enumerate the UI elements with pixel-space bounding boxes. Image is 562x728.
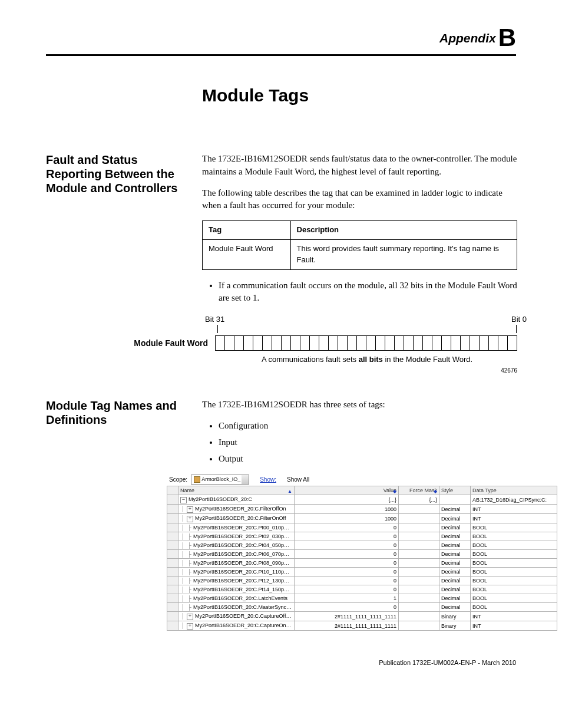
cell-style[interactable]: Decimal bbox=[439, 585, 471, 594]
cell-force[interactable] bbox=[399, 621, 439, 631]
cell-style[interactable]: Decimal bbox=[439, 594, 471, 603]
cell-force[interactable]: {...} bbox=[399, 495, 439, 505]
table-row[interactable]: │├My2PortIB16SOEDR_20:C.Pt10_110penWireE… bbox=[167, 568, 557, 577]
col-style[interactable]: Style bbox=[439, 486, 471, 495]
row-selector[interactable] bbox=[167, 514, 178, 523]
cell-value[interactable]: 0 bbox=[295, 532, 399, 541]
cell-name[interactable]: │+My2PortIB16SOEDR_20:C.CaptureOnOff bbox=[178, 621, 295, 631]
cell-force[interactable] bbox=[399, 577, 439, 585]
table-row[interactable]: │├My2PortIB16SOEDR_20:C.LatchEvents1Deci… bbox=[167, 594, 557, 603]
cell-force[interactable] bbox=[399, 585, 439, 594]
table-row[interactable]: │+My2PortIB16SOEDR_20:C.CaptureOffOn2#11… bbox=[167, 612, 557, 621]
row-selector[interactable] bbox=[167, 612, 178, 621]
cell-value[interactable]: 0 bbox=[295, 523, 399, 532]
cell-force[interactable] bbox=[399, 550, 439, 559]
col-dtype[interactable]: Data Type bbox=[471, 486, 557, 495]
row-selector[interactable] bbox=[167, 495, 178, 505]
cell-name[interactable]: −My2PortIB16SOEDR_20:C bbox=[178, 495, 295, 505]
cell-name[interactable]: │├My2PortIB16SOEDR_20:C.Pt08_090penWireE… bbox=[178, 559, 295, 568]
cell-name[interactable]: │├My2PortIB16SOEDR_20:C.Pt10_110penWireE… bbox=[178, 568, 295, 577]
cell-value[interactable]: 0 bbox=[295, 568, 399, 577]
col-name[interactable]: Name▲ bbox=[178, 486, 295, 495]
cell-force[interactable] bbox=[399, 514, 439, 523]
expander-icon[interactable]: − bbox=[180, 497, 187, 503]
cell-style[interactable]: Decimal bbox=[439, 532, 471, 541]
row-selector[interactable] bbox=[167, 585, 178, 594]
cell-value[interactable]: 1000 bbox=[295, 514, 399, 523]
row-selector[interactable] bbox=[167, 541, 178, 550]
cell-force[interactable] bbox=[399, 559, 439, 568]
cell-value[interactable]: 0 bbox=[295, 585, 399, 594]
row-selector[interactable] bbox=[167, 568, 178, 577]
cell-force[interactable] bbox=[399, 505, 439, 514]
expander-icon[interactable]: + bbox=[187, 506, 193, 513]
table-row[interactable]: │├My2PortIB16SOEDR_20:C.Pt04_050penWireE… bbox=[167, 541, 557, 550]
table-row[interactable]: │├My2PortIB16SOEDR_20:C.MasterSyncEn0Dec… bbox=[167, 603, 557, 612]
cell-value[interactable]: 0 bbox=[295, 550, 399, 559]
cell-name[interactable]: │├My2PortIB16SOEDR_20:C.Pt12_130penWireE… bbox=[178, 577, 295, 585]
cell-value[interactable]: 0 bbox=[295, 603, 399, 612]
expander-icon[interactable]: + bbox=[187, 516, 193, 522]
cell-style[interactable]: Decimal bbox=[439, 577, 471, 585]
cell-name[interactable]: │├My2PortIB16SOEDR_20:C.Pt14_150penWireE… bbox=[178, 585, 295, 594]
expander-icon[interactable]: + bbox=[187, 623, 193, 630]
table-row[interactable]: −My2PortIB16SOEDR_20:C{...}{...}AB:1732_… bbox=[167, 495, 557, 505]
cell-force[interactable] bbox=[399, 594, 439, 603]
cell-style[interactable]: Decimal bbox=[439, 541, 471, 550]
cell-style[interactable]: Decimal bbox=[439, 568, 471, 577]
row-selector[interactable] bbox=[167, 559, 178, 568]
cell-style[interactable]: Decimal bbox=[439, 523, 471, 532]
expander-icon[interactable]: + bbox=[187, 614, 193, 620]
table-row[interactable]: │├My2PortIB16SOEDR_20:C.Pt08_090penWireE… bbox=[167, 559, 557, 568]
cell-force[interactable] bbox=[399, 568, 439, 577]
cell-force[interactable] bbox=[399, 532, 439, 541]
cell-name[interactable]: │+My2PortIB16SOEDR_20:C.FilterOffOn bbox=[178, 505, 295, 514]
row-selector[interactable] bbox=[167, 621, 178, 631]
row-selector[interactable] bbox=[167, 594, 178, 603]
cell-value[interactable]: 1000 bbox=[295, 505, 399, 514]
row-selector[interactable] bbox=[167, 505, 178, 514]
cell-name[interactable]: │+My2PortIB16SOEDR_20:C.FilterOnOff bbox=[178, 514, 295, 523]
cell-style[interactable]: Binary bbox=[439, 612, 471, 621]
table-row[interactable]: │+My2PortIB16SOEDR_20:C.FilterOnOff1000D… bbox=[167, 514, 557, 523]
cell-force[interactable] bbox=[399, 541, 439, 550]
cell-value[interactable]: 0 bbox=[295, 541, 399, 550]
row-selector[interactable] bbox=[167, 532, 178, 541]
cell-force[interactable] bbox=[399, 612, 439, 621]
cell-name[interactable]: │├My2PortIB16SOEDR_20:C.Pt04_050penWireE… bbox=[178, 541, 295, 550]
table-row[interactable]: │+My2PortIB16SOEDR_20:C.FilterOffOn1000D… bbox=[167, 505, 557, 514]
cell-style[interactable]: Decimal bbox=[439, 514, 471, 523]
cell-value[interactable]: 0 bbox=[295, 559, 399, 568]
cell-style[interactable] bbox=[439, 495, 471, 505]
cell-name[interactable]: │├My2PortIB16SOEDR_20:C.Pt00_010penWireE… bbox=[178, 523, 295, 532]
cell-value[interactable]: 0 bbox=[295, 577, 399, 585]
cell-name[interactable]: │├My2PortIB16SOEDR_20:C.MasterSyncEn bbox=[178, 603, 295, 612]
scope-dropdown[interactable]: ArmorBlock_IO_ bbox=[191, 475, 249, 485]
table-row[interactable]: │├My2PortIB16SOEDR_20:C.Pt00_010penWireE… bbox=[167, 523, 557, 532]
table-row[interactable]: │├My2PortIB16SOEDR_20:C.Pt14_150penWireE… bbox=[167, 585, 557, 594]
col-value[interactable]: Value◆ bbox=[295, 486, 399, 495]
row-selector[interactable] bbox=[167, 603, 178, 612]
cell-name[interactable]: │+My2PortIB16SOEDR_20:C.CaptureOffOn bbox=[178, 612, 295, 621]
table-row[interactable]: │├My2PortIB16SOEDR_20:C.Pt12_130penWireE… bbox=[167, 577, 557, 585]
cell-value[interactable]: 2#1111_1111_1111_1111 bbox=[295, 612, 399, 621]
cell-value[interactable]: 2#1111_1111_1111_1111 bbox=[295, 621, 399, 631]
row-selector[interactable] bbox=[167, 523, 178, 532]
cell-style[interactable]: Decimal bbox=[439, 559, 471, 568]
cell-value[interactable]: 1 bbox=[295, 594, 399, 603]
cell-force[interactable] bbox=[399, 523, 439, 532]
show-link[interactable]: Show: bbox=[260, 476, 276, 485]
row-selector[interactable] bbox=[167, 550, 178, 559]
cell-value[interactable]: {...} bbox=[295, 495, 399, 505]
table-row[interactable]: │├My2PortIB16SOEDR_20:C.Pt06_070penWireE… bbox=[167, 550, 557, 559]
col-force[interactable]: Force Mask◆ bbox=[399, 486, 439, 495]
cell-style[interactable]: Binary bbox=[439, 621, 471, 631]
row-selector[interactable] bbox=[167, 577, 178, 585]
cell-style[interactable]: Decimal bbox=[439, 550, 471, 559]
cell-style[interactable]: Decimal bbox=[439, 603, 471, 612]
cell-name[interactable]: │├My2PortIB16SOEDR_20:C.LatchEvents bbox=[178, 594, 295, 603]
cell-name[interactable]: │├My2PortIB16SOEDR_20:C.Pt02_030penWireE… bbox=[178, 532, 295, 541]
cell-name[interactable]: │├My2PortIB16SOEDR_20:C.Pt06_070penWireE… bbox=[178, 550, 295, 559]
table-row[interactable]: │├My2PortIB16SOEDR_20:C.Pt02_030penWireE… bbox=[167, 532, 557, 541]
cell-force[interactable] bbox=[399, 603, 439, 612]
